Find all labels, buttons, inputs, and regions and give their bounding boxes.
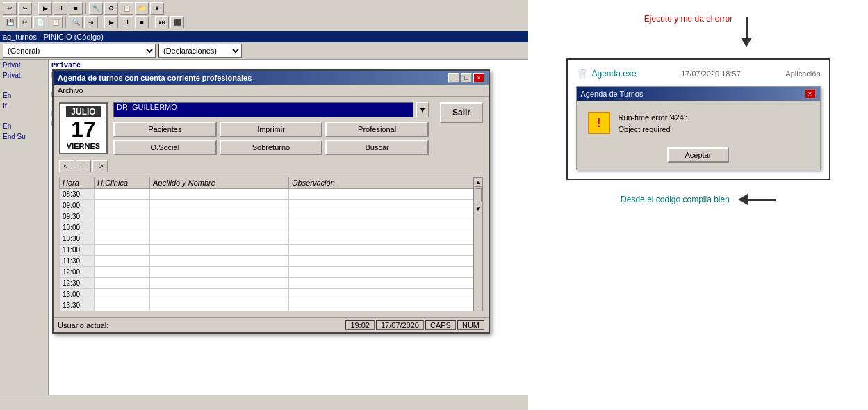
agenda-window: Agenda de turnos con cuenta corriente pr… [52,69,490,334]
debug-btn[interactable]: 🔧 [89,2,103,15]
minimize-btn[interactable]: _ [448,73,459,83]
buscar-btn[interactable]: Buscar [325,140,429,155]
stop-btn[interactable]: ■ [69,2,83,15]
props-btn[interactable]: ⚙ [104,2,118,15]
cell-observacion [289,233,473,245]
redo-btn[interactable]: ↪ [18,2,32,15]
salir-btn[interactable]: Salir [440,102,483,123]
cell-nombre [150,289,289,300]
more-btn-1[interactable]: 📋 [120,2,133,15]
scroll-up-arrow[interactable]: ▲ [473,177,483,187]
table-row[interactable]: 13:30 [60,300,473,311]
aceptar-btn[interactable]: Aceptar [667,147,730,163]
status-num: NUM [457,320,484,330]
table-row[interactable]: 12:30 [60,278,473,289]
cell-nombre [150,267,289,278]
doctor-combo[interactable]: DR. GUILLERMO [113,102,413,117]
user-label: Usuario actual: [58,321,108,329]
separator-4 [101,17,101,28]
table-row[interactable]: 11:30 [60,256,473,267]
cell-observacion [289,256,473,267]
table-row[interactable]: 09:30 [60,211,473,222]
col-hora: Hora [60,177,95,189]
col-observacion: Observación [289,177,473,189]
cell-hora: 09:30 [60,211,95,222]
error-dialog-container: 🦷 Agenda.exe 17/07/2020 18:57 Aplicación… [566,58,830,180]
cell-hclinica [95,289,150,300]
cell-observacion [289,267,473,278]
schedule-scrollbar[interactable]: ▲ ▼ [473,177,483,311]
app-type: Aplicación [785,69,820,78]
sobreturno-btn[interactable]: Sobreturno [220,140,323,155]
pacientes-btn[interactable]: Pacientes [113,122,217,137]
date-doctor-row: JULIO 17 VIERNES <- = -> DR. GUILLERMO ▼ [59,102,483,172]
bp-btn[interactable]: ⬛ [170,16,184,28]
play-btn[interactable]: ▶ [38,2,52,15]
sidebar-private-1: Privat [0,60,48,70]
stop2-btn[interactable]: ■ [135,16,149,28]
col-hclinica: H.Clinica [95,177,150,189]
undo-btn[interactable]: ↩ [3,2,17,15]
general-combo[interactable]: (General) [3,44,156,58]
profesional-btn[interactable]: Profesional [325,122,429,137]
table-row[interactable]: 10:30 [60,233,473,245]
doctor-section: DR. GUILLERMO ▼ Pacientes Imprimir Profe… [113,102,429,155]
indent-btn[interactable]: ⇥ [84,16,98,28]
more-btn-3[interactable]: ★ [150,2,164,15]
cut-btn[interactable]: ✂ [18,16,32,28]
inner-dialog-footer: Aceptar [577,143,820,170]
inner-dialog-close-btn[interactable]: × [805,89,816,99]
more-btn-2[interactable]: 📁 [135,2,149,15]
copy-btn[interactable]: 📄 [33,16,47,28]
inner-dialog-body: ! Run-time error '424': Object required [577,101,820,143]
table-row[interactable]: 08:30 [60,189,473,200]
find-btn[interactable]: 🔍 [69,16,83,28]
cell-nombre [150,222,289,233]
scroll-down-arrow[interactable]: ▼ [473,204,483,213]
cell-hclinica [95,245,150,256]
arrow-head-left [738,194,748,205]
save-btn[interactable]: 💾 [3,16,17,28]
table-row[interactable]: 12:00 [60,267,473,278]
table-row[interactable]: 09:00 [60,200,473,211]
pause-btn[interactable]: ⏸ [54,2,67,15]
close-btn[interactable]: × [473,73,484,83]
date-day: 17 [66,117,101,142]
paste-btn[interactable]: 📋 [49,16,63,28]
cell-hclinica [95,211,150,222]
menu-archivo[interactable]: Archivo [58,86,83,95]
doctor-combo-arrow[interactable]: ▼ [416,102,429,117]
step-btn[interactable]: ⏭ [155,16,169,28]
arrow-shaft-v [746,17,748,38]
table-row[interactable]: 11:00 [60,245,473,256]
status-pills: 19:02 17/07/2020 CAPS NUM [345,320,484,330]
imprimir-btn[interactable]: Imprimir [220,122,323,137]
nav-next-btn[interactable]: -> [92,160,108,172]
date-box: JULIO 17 VIERNES [59,102,108,154]
maximize-btn[interactable]: □ [461,73,472,83]
table-row[interactable]: 10:00 [60,222,473,233]
cell-nombre [150,189,289,200]
play2-btn[interactable]: ▶ [104,16,118,28]
table-row[interactable]: 13:00 [60,289,473,300]
separator-2 [85,3,86,14]
toolbar-row-1: ↩ ↪ ▶ ⏸ ■ 🔧 ⚙ 📋 📁 ★ [1,1,527,15]
cell-hclinica [95,278,150,289]
error-line-1: Run-time error '424': [619,112,688,124]
declarations-combo[interactable]: (Declaraciones) [158,44,242,58]
cell-nombre [150,278,289,289]
cell-nombre [150,211,289,222]
button-grid: Pacientes Imprimir Profesional O.Social … [113,122,429,155]
annotation-top-text: Ejecuto y me da el error [644,14,732,24]
col-nombre: Apellido y Nombre [150,177,289,189]
nav-eq-btn[interactable]: = [76,160,91,172]
annotation-bottom-text: Desde el codigo compila bien [621,195,730,204]
pause2-btn[interactable]: ⏸ [120,16,133,28]
nav-prev-btn[interactable]: <- [59,160,74,172]
cell-hclinica [95,222,150,233]
agenda-status-bar: Usuario actual: 19:02 17/07/2020 CAPS NU… [54,317,489,332]
o-social-btn[interactable]: O.Social [113,140,217,155]
table-wrapper: Hora H.Clinica Apellido y Nombre Observa… [59,177,473,311]
cell-hora: 13:00 [60,289,95,300]
scroll-thumb[interactable] [475,188,482,202]
